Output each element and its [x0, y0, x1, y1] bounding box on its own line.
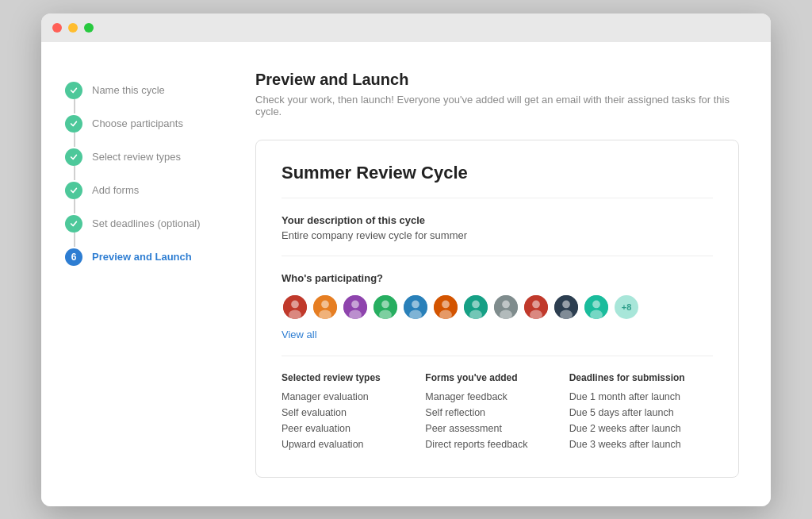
participants-section: Who's participating?	[282, 272, 713, 356]
col-1-item-0: Manager feedback	[425, 391, 569, 402]
close-button[interactable]	[52, 23, 62, 33]
svg-point-13	[412, 300, 419, 308]
step-item-1[interactable]: Name this cycle	[65, 74, 208, 107]
columns-grid: Selected review typesManager evaluationS…	[282, 372, 713, 455]
step-icon-2	[65, 115, 82, 133]
step-item-3[interactable]: Select review types	[65, 140, 208, 174]
svg-point-28	[562, 300, 570, 308]
svg-point-22	[502, 300, 510, 308]
step-list: Name this cycleChoose participantsSelect…	[65, 74, 208, 274]
step-label-5: Set deadlines (optional)	[92, 217, 201, 229]
column-0: Selected review typesManager evaluationS…	[282, 372, 425, 455]
step-icon-3	[65, 148, 82, 166]
avatar-more-badge: +8	[613, 294, 640, 321]
svg-point-17	[439, 309, 452, 319]
svg-point-31	[592, 300, 600, 308]
svg-point-10	[381, 300, 389, 308]
svg-point-20	[469, 309, 482, 319]
avatar-1	[282, 294, 308, 321]
col-0-item-1: Self evaluation	[282, 407, 425, 418]
col-0-item-2: Peer evaluation	[282, 423, 425, 434]
cycle-title: Summer Review Cycle	[282, 163, 713, 198]
step-label-3: Select review types	[92, 151, 181, 163]
column-1: Forms you've addedManager feedbackSelf r…	[425, 372, 569, 455]
step-label-2: Choose participants	[92, 117, 183, 129]
svg-point-4	[321, 300, 329, 308]
col-2-item-3: Due 3 weeks after launch	[569, 439, 713, 450]
step-item-4[interactable]: Add forms	[65, 174, 208, 207]
avatar-5	[402, 294, 429, 321]
col-header-1: Forms you've added	[425, 372, 569, 383]
step-icon-5	[65, 215, 82, 233]
main-content: Preview and Launch Check your work, then…	[224, 42, 771, 506]
col-0-item-3: Upward evaluation	[282, 439, 425, 450]
col-2-item-2: Due 2 weeks after launch	[569, 423, 713, 434]
page-title: Preview and Launch	[255, 71, 739, 89]
svg-point-14	[409, 309, 422, 319]
col-0-item-0: Manager evaluation	[282, 391, 425, 402]
step-label-4: Add forms	[92, 184, 139, 196]
preview-card: Summer Review Cycle Your description of …	[255, 140, 739, 478]
step-label-6: Preview and Launch	[92, 251, 192, 263]
svg-point-23	[500, 309, 512, 319]
svg-point-5	[319, 309, 331, 319]
avatar-4	[372, 294, 399, 321]
step-icon-6: 6	[65, 248, 82, 266]
col-2-item-1: Due 5 days after launch	[569, 407, 713, 418]
col-1-item-2: Peer assessment	[425, 423, 569, 434]
step-item-2[interactable]: Choose participants	[65, 107, 208, 140]
svg-point-32	[590, 309, 603, 319]
view-all-link[interactable]: View all	[282, 329, 317, 340]
minimize-button[interactable]	[68, 23, 78, 33]
avatar-10	[553, 294, 580, 321]
col-2-item-0: Due 1 month after launch	[569, 391, 713, 402]
maximize-button[interactable]	[84, 23, 94, 33]
participants-label: Who's participating?	[282, 272, 713, 284]
step-item-5[interactable]: Set deadlines (optional)	[65, 207, 208, 240]
content-area: Name this cycleChoose participantsSelect…	[41, 42, 771, 506]
title-bar	[41, 13, 771, 42]
avatars-row: +8	[282, 294, 713, 321]
app-window: Name this cycleChoose participantsSelect…	[41, 13, 771, 506]
avatar-3	[342, 294, 369, 321]
svg-point-7	[351, 300, 359, 308]
svg-point-29	[560, 309, 573, 319]
description-label: Your description of this cycle	[282, 214, 713, 226]
col-header-0: Selected review types	[282, 372, 425, 383]
svg-point-8	[349, 309, 362, 319]
page-subtitle: Check your work, then launch! Everyone y…	[255, 94, 739, 117]
avatar-9	[523, 294, 550, 321]
sidebar: Name this cycleChoose participantsSelect…	[41, 42, 224, 506]
col-header-2: Deadlines for submission	[569, 372, 713, 383]
svg-point-11	[379, 309, 392, 319]
avatar-6	[432, 294, 459, 321]
col-1-item-1: Self reflection	[425, 407, 569, 418]
avatar-2	[312, 294, 339, 321]
svg-point-2	[289, 309, 301, 319]
avatar-11	[583, 294, 610, 321]
col-1-item-3: Direct reports feedback	[425, 439, 569, 450]
svg-point-19	[472, 300, 480, 308]
svg-point-26	[530, 309, 542, 319]
svg-point-25	[532, 300, 540, 308]
step-icon-1	[65, 82, 82, 99]
column-2: Deadlines for submissionDue 1 month afte…	[569, 372, 713, 455]
avatar-8	[492, 294, 519, 321]
svg-point-16	[442, 300, 450, 308]
step-item-6: 6Preview and Launch	[65, 240, 208, 274]
step-label-1: Name this cycle	[92, 84, 165, 96]
svg-point-1	[291, 300, 299, 308]
avatar-7	[462, 294, 489, 321]
step-icon-4	[65, 182, 82, 199]
description-value: Entire company review cycle for summer	[282, 229, 713, 256]
